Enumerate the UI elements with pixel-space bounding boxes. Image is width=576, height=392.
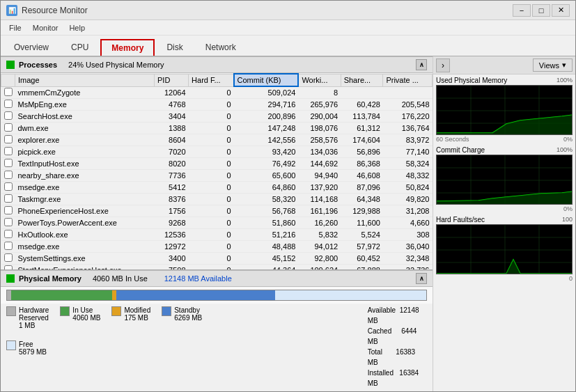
row-image: TextInputHost.exe	[15, 157, 155, 169]
row-checkbox-cell[interactable]	[1, 240, 15, 252]
row-checkbox-cell[interactable]	[1, 98, 15, 110]
table-row[interactable]: SystemSettings.exe 3400 0 45,152 92,800 …	[1, 252, 433, 264]
table-row[interactable]: vmmemCmZygote 12064 0 509,024 8	[1, 86, 433, 98]
row-commit: 147,248	[234, 122, 299, 134]
left-panel: Processes 24% Used Physical Memory ∧ Ima…	[1, 56, 433, 391]
row-checkbox-cell[interactable]	[1, 86, 15, 98]
row-checkbox-cell[interactable]	[1, 122, 15, 134]
row-checkbox-cell[interactable]	[1, 217, 15, 228]
col-header-check[interactable]	[1, 74, 15, 86]
menu-monitor[interactable]: Monitor	[27, 22, 64, 33]
tab-disk[interactable]: Disk	[156, 39, 193, 56]
row-checkbox[interactable]	[4, 88, 13, 96]
chart-pct-hard-faults: 100	[562, 216, 573, 224]
views-dropdown-icon: ▾	[562, 61, 566, 70]
processes-collapse-btn[interactable]: ∧	[416, 59, 427, 70]
legend-hardware: Hardware Reserved 1 MB	[6, 306, 49, 329]
table-row[interactable]: dwm.exe 1388 0 147,248 198,076 61,312 13…	[1, 122, 433, 134]
physical-memory-header: Physical Memory 4060 MB In Use 12148 MB …	[1, 270, 433, 287]
table-row[interactable]: explorer.exe 8604 0 142,556 258,576 174,…	[1, 134, 433, 146]
expand-button[interactable]: ›	[436, 58, 450, 72]
table-row[interactable]: PhoneExperienceHost.exe 1756 0 56,768 16…	[1, 205, 433, 217]
row-checkbox[interactable]	[4, 123, 13, 132]
col-header-image[interactable]: Image	[15, 74, 155, 86]
stat-label-cached: Cached	[368, 327, 391, 335]
table-row[interactable]: msedge.exe 5412 0 64,860 137,920 87,096 …	[1, 181, 433, 193]
row-checkbox-cell[interactable]	[1, 110, 15, 122]
legend-color-in-use	[60, 306, 70, 316]
row-checkbox-cell[interactable]	[1, 134, 15, 146]
table-row[interactable]: StartMenuExperienceHost.exe 7508 0 44,36…	[1, 264, 433, 269]
row-checkbox[interactable]	[4, 111, 13, 120]
row-working: 144,692	[298, 157, 341, 169]
legend-color-hardware	[6, 306, 16, 316]
table-row[interactable]: nearby_share.exe 7736 0 65,600 94,940 46…	[1, 169, 433, 181]
col-header-commit[interactable]: Commit (KB)	[234, 74, 299, 86]
row-checkbox[interactable]	[4, 206, 13, 214]
menu-help[interactable]: Help	[63, 22, 91, 33]
col-header-shared[interactable]: Share...	[341, 74, 383, 86]
row-pid: 7508	[154, 264, 188, 269]
row-private: 308	[383, 228, 433, 240]
row-checkbox-cell[interactable]	[1, 146, 15, 157]
physical-memory-collapse-btn[interactable]: ∧	[416, 273, 427, 284]
table-row[interactable]: PowerToys.PowerAccent.exe 9268 0 51,860 …	[1, 217, 433, 228]
row-hard-f: 0	[189, 98, 234, 110]
legend-color-standby	[162, 306, 171, 316]
row-checkbox-cell[interactable]	[1, 264, 15, 269]
table-row[interactable]: SearchHost.exe 3404 0 200,896 290,004 11…	[1, 110, 433, 122]
row-commit: 44,364	[234, 264, 299, 269]
row-checkbox[interactable]	[4, 194, 13, 203]
table-row[interactable]: Taskmgr.exe 8376 0 58,320 114,168 64,348…	[1, 193, 433, 205]
table-row[interactable]: TextInputHost.exe 8020 0 76,492 144,692 …	[1, 157, 433, 169]
row-private: 4,660	[383, 217, 433, 228]
tab-overview[interactable]: Overview	[3, 39, 59, 56]
row-checkbox[interactable]	[4, 135, 13, 143]
row-working: 94,012	[298, 240, 341, 252]
row-checkbox-cell[interactable]	[1, 157, 15, 169]
row-private: 58,324	[383, 157, 433, 169]
row-checkbox-cell[interactable]	[1, 205, 15, 217]
table-row[interactable]: msedge.exe 12972 0 48,488 94,012 57,972 …	[1, 240, 433, 252]
row-commit: 93,420	[234, 146, 299, 157]
row-checkbox[interactable]	[4, 218, 13, 226]
row-checkbox-cell[interactable]	[1, 228, 15, 240]
row-working: 134,036	[298, 146, 341, 157]
row-checkbox[interactable]	[4, 100, 13, 108]
table-row[interactable]: MsMpEng.exe 4768 0 294,716 265,976 60,42…	[1, 98, 433, 110]
row-checkbox[interactable]	[4, 159, 13, 167]
col-header-pid[interactable]: PID	[154, 74, 188, 86]
row-checkbox[interactable]	[4, 242, 13, 250]
row-hard-f: 0	[189, 228, 234, 240]
close-button[interactable]: ✕	[552, 4, 570, 17]
row-checkbox-cell[interactable]	[1, 193, 15, 205]
row-shared: 87,096	[341, 181, 383, 193]
col-header-hard-f[interactable]: Hard F...	[189, 74, 234, 86]
tab-cpu[interactable]: CPU	[61, 39, 99, 56]
row-checkbox[interactable]	[4, 171, 13, 179]
row-checkbox[interactable]	[4, 230, 13, 238]
table-row[interactable]: HxOutlook.exe 12536 0 51,216 5,832 5,524…	[1, 228, 433, 240]
hard-faults-bottom: 0	[436, 275, 573, 282]
row-commit: 48,488	[234, 240, 299, 252]
minimize-button[interactable]: −	[513, 4, 531, 17]
main-content: Processes 24% Used Physical Memory ∧ Ima…	[1, 56, 575, 391]
row-checkbox[interactable]	[4, 182, 13, 191]
menu-file[interactable]: File	[3, 22, 27, 33]
views-button[interactable]: Views ▾	[533, 58, 573, 72]
bar-in-use	[11, 290, 111, 300]
col-header-private[interactable]: Private ...	[383, 74, 433, 86]
table-row[interactable]: picpick.exe 7020 0 93,420 134,036 56,896…	[1, 146, 433, 157]
row-checkbox-cell[interactable]	[1, 169, 15, 181]
row-checkbox[interactable]	[4, 253, 13, 262]
row-checkbox-cell[interactable]	[1, 252, 15, 264]
row-checkbox-cell[interactable]	[1, 181, 15, 193]
processes-table-container[interactable]: Image PID Hard F... Commit (KB) Worki...…	[1, 73, 433, 269]
used-physical-memory-chart-section: Used Physical Memory 100%	[433, 75, 575, 144]
row-checkbox[interactable]	[4, 147, 13, 155]
row-image: msedge.exe	[15, 240, 155, 252]
maximize-button[interactable]: □	[532, 4, 550, 17]
tab-network[interactable]: Network	[195, 39, 247, 56]
tab-memory[interactable]: Memory	[100, 39, 155, 56]
col-header-working[interactable]: Worki...	[298, 74, 341, 86]
